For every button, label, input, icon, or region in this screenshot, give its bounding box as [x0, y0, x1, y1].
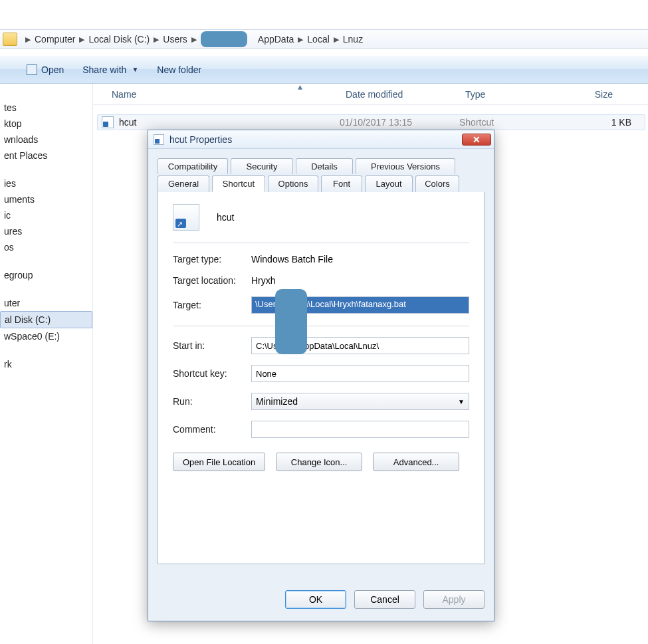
open-label: Open	[41, 64, 64, 75]
sidebar-item[interactable]: ures	[0, 223, 92, 239]
column-headers: ▴ Name Date modified Type Size	[93, 84, 648, 105]
chevron-right-icon: ▶	[334, 35, 339, 44]
tab-font[interactable]: Font	[321, 175, 362, 192]
comment-input[interactable]	[251, 421, 469, 438]
close-icon: ✕	[473, 134, 481, 145]
chevron-right-icon: ▶	[298, 35, 303, 44]
tab-general[interactable]: General	[158, 175, 209, 192]
chevron-down-icon: ▼	[132, 66, 138, 73]
target-location-value: Hryxh	[251, 275, 469, 286]
explorer-toolbar: Open Share with ▼ New folder	[0, 56, 648, 84]
shortcutkey-input[interactable]	[251, 365, 469, 382]
chevron-right-icon: ▶	[79, 35, 84, 44]
col-date[interactable]: Date modified	[327, 89, 447, 100]
dialog-title: hcut Properties	[169, 134, 462, 145]
share-label: Share with	[82, 64, 126, 75]
sidebar-item[interactable]: egroup	[0, 267, 92, 283]
folder-icon	[3, 33, 17, 46]
sidebar-item[interactable]: ies	[0, 175, 92, 191]
crumb-redacted[interactable]	[201, 31, 247, 47]
advanced-button[interactable]: Advanced...	[373, 453, 459, 471]
tab-layout[interactable]: Layout	[365, 175, 413, 192]
change-icon-button[interactable]: Change Icon...	[276, 453, 362, 471]
properties-dialog: hcut Properties ✕ Compatibility Security…	[148, 130, 494, 621]
startin-label: Start in:	[173, 340, 251, 351]
open-icon	[27, 64, 37, 75]
tab-shortcut[interactable]: Shortcut	[212, 175, 265, 192]
close-button[interactable]: ✕	[462, 134, 491, 146]
sidebar-item[interactable]: al Disk (C:)	[0, 311, 92, 328]
tab-compatibility[interactable]: Compatibility	[158, 158, 228, 174]
crumb-localdisk[interactable]: Local Disk (C:)	[88, 34, 150, 45]
crumb-appdata[interactable]: AppData	[258, 34, 294, 45]
file-size: 1 KB	[572, 117, 645, 128]
file-row-hcut[interactable]: hcut 01/10/2017 13:15 Shortcut 1 KB	[97, 114, 645, 130]
sort-indicator-icon: ▴	[298, 81, 302, 92]
run-label: Run:	[173, 396, 251, 407]
tabs: Compatibility Security Details Previous …	[148, 149, 494, 192]
run-value: Minimized	[256, 396, 298, 407]
col-type[interactable]: Type	[447, 89, 560, 100]
col-name[interactable]: Name	[93, 89, 327, 100]
target-label: Target:	[173, 300, 251, 310]
tab-security[interactable]: Security	[231, 158, 293, 174]
col-size[interactable]: Size	[560, 89, 626, 100]
new-folder-button[interactable]: New folder	[157, 64, 201, 75]
shortcut-icon	[102, 116, 114, 128]
dialog-footer: OK Cancel Apply	[158, 590, 485, 609]
sidebar-item[interactable]: os	[0, 239, 92, 255]
nav-sidebar: tesktopwnloadsent Placesiesumentsicureso…	[0, 84, 93, 644]
file-date: 01/10/2017 13:15	[340, 117, 459, 128]
shortcutkey-label: Shortcut key:	[173, 368, 251, 379]
sidebar-item[interactable]: wSpace0 (E:)	[0, 328, 92, 344]
file-name: hcut	[119, 117, 340, 128]
sidebar-item[interactable]: uments	[0, 191, 92, 207]
shortcut-name: hcut	[217, 212, 234, 223]
apply-button[interactable]: Apply	[423, 590, 485, 609]
sidebar-item[interactable]: ic	[0, 207, 92, 223]
tab-previous-versions[interactable]: Previous Versions	[356, 158, 455, 174]
chevron-right-icon: ▶	[191, 35, 197, 44]
chevron-right-icon: ▶	[154, 35, 159, 44]
share-with-button[interactable]: Share with ▼	[82, 64, 138, 75]
run-combo[interactable]: Minimized▼	[251, 393, 469, 410]
shortcut-tab-body: hcut Target type:Windows Batch File Targ…	[158, 192, 485, 564]
shortcut-icon	[154, 134, 164, 145]
cancel-button[interactable]: Cancel	[354, 590, 415, 609]
new-folder-label: New folder	[157, 64, 201, 75]
sidebar-item[interactable]: uter	[0, 295, 92, 311]
sidebar-item[interactable]: rk	[0, 356, 92, 372]
chevron-down-icon: ▼	[458, 398, 465, 405]
redacted-overlay	[275, 289, 307, 354]
crumb-local[interactable]: Local	[307, 34, 329, 45]
target-type-value: Windows Batch File	[251, 254, 469, 265]
sidebar-item[interactable]: ktop	[0, 116, 92, 132]
target-location-label: Target location:	[173, 275, 251, 286]
sidebar-item[interactable]: ent Places	[0, 148, 92, 163]
target-type-label: Target type:	[173, 254, 251, 265]
chevron-right-icon: ▶	[25, 35, 31, 44]
breadcrumb[interactable]: ▶ Computer ▶ Local Disk (C:) ▶ Users ▶ A…	[0, 29, 648, 49]
open-button[interactable]: Open	[27, 64, 64, 75]
crumb-users[interactable]: Users	[163, 34, 187, 45]
comment-label: Comment:	[173, 424, 251, 435]
file-type: Shortcut	[459, 117, 572, 128]
sidebar-item[interactable]: wnloads	[0, 132, 92, 148]
tab-details[interactable]: Details	[296, 158, 353, 174]
ok-button[interactable]: OK	[285, 590, 346, 609]
tab-colors[interactable]: Colors	[415, 175, 459, 192]
crumb-lnuz[interactable]: Lnuz	[343, 34, 363, 45]
tab-options[interactable]: Options	[268, 175, 318, 192]
crumb-computer[interactable]: Computer	[35, 34, 75, 45]
shortcut-large-icon	[173, 204, 199, 231]
open-file-location-button[interactable]: Open File Location	[173, 453, 265, 471]
dialog-titlebar[interactable]: hcut Properties ✕	[148, 130, 494, 149]
sidebar-item[interactable]: tes	[0, 100, 92, 116]
